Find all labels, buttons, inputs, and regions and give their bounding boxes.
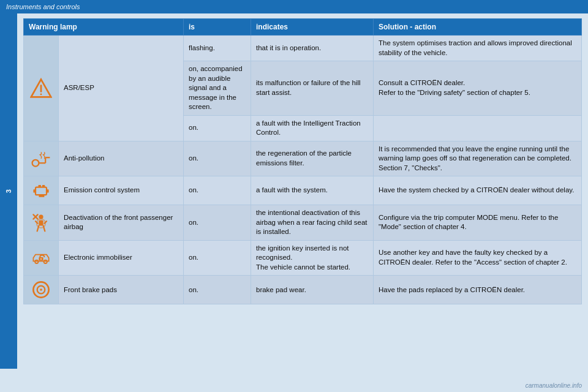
svg-rect-10	[39, 185, 42, 187]
table-row: Anti-pollution on. the regeneration of t…	[24, 141, 582, 176]
anti-pollution-label: Anti-pollution	[59, 141, 184, 176]
asr-solution-2: Consult a CITROËN dealer. Refer to the "…	[374, 61, 582, 116]
main-content: Warning lamp is indicates Solution - act…	[17, 13, 588, 392]
asr-indicates-3: a fault with the Intelligent Traction Co…	[251, 115, 374, 141]
airbag-deactivation-icon	[29, 211, 53, 233]
immobiliser-is: on.	[184, 240, 251, 276]
col-warning-lamp: Warning lamp	[24, 19, 184, 36]
airbag-deactivation-label: Deactivation of the front passenger airb…	[59, 205, 184, 241]
svg-rect-7	[36, 187, 47, 195]
anti-pollution-icon	[29, 148, 53, 170]
chapter-number: 3	[5, 189, 12, 193]
svg-point-2	[40, 93, 42, 95]
svg-rect-8	[33, 189, 36, 192]
table-row: ASR/ESP flashing. that it is in operatio…	[24, 36, 582, 61]
brake-circle-icon	[30, 279, 52, 301]
airbag-icon	[30, 211, 52, 233]
col-solution: Solution - action	[374, 19, 582, 36]
brake-indicates: brake pad wear.	[251, 276, 374, 304]
asr-solution-1: The system optimises traction and allows…	[374, 36, 582, 61]
immobiliser-label: Electronic immobiliser	[59, 240, 184, 276]
engine-warning-icon	[30, 179, 52, 202]
asr-is-3: on.	[184, 115, 251, 141]
airbag-indicates: the intentional deactivation of this air…	[251, 205, 374, 241]
svg-point-28	[40, 288, 42, 291]
immobiliser-indicates: the ignition key inserted is not recogni…	[251, 240, 374, 276]
svg-point-13	[39, 215, 43, 219]
anti-pollution-is: on.	[184, 141, 251, 176]
emission-solution: Have the system checked by a CITROËN dea…	[374, 176, 582, 205]
anti-pollution-solution: It is recommended that you leave the eng…	[374, 141, 582, 176]
asr-esp-label: ASR/ESP	[59, 36, 184, 141]
table-row: Deactivation of the front passenger airb…	[24, 205, 582, 241]
engine-icon	[29, 179, 53, 202]
airbag-is: on.	[184, 205, 251, 241]
anti-pollution-icon-cell	[24, 141, 59, 176]
col-is: is	[184, 19, 251, 36]
svg-rect-12	[39, 195, 44, 197]
asr-is-2: on, accompanied by an audible signal and…	[184, 61, 251, 116]
immobiliser-icon-cell	[24, 240, 59, 276]
table-row: Electronic immobiliser on. the ignition …	[24, 240, 582, 276]
emission-is: on.	[184, 176, 251, 205]
warning-lamp-table: Warning lamp is indicates Solution - act…	[23, 18, 582, 304]
side-tab: 3	[0, 13, 17, 369]
brake-is: on.	[184, 276, 251, 304]
emission-control-label: Emission control system	[59, 176, 184, 205]
triangle-warning-icon	[30, 77, 52, 99]
emission-indicates: a fault with the system.	[251, 176, 374, 205]
key-car-icon	[30, 247, 52, 269]
top-bar-title: Instruments and controls	[6, 3, 80, 10]
asr-indicates-2: its malfunction or failure of the hill s…	[251, 61, 374, 116]
brake-solution: Have the pads replaced by a CITROËN deal…	[374, 276, 582, 304]
svg-rect-14	[39, 221, 43, 226]
asr-is-1: flashing.	[184, 36, 251, 61]
brake-icon-cell	[24, 276, 59, 304]
table-row: Front brake pads on. brake pad wear. Hav…	[24, 276, 582, 304]
svg-point-25	[40, 258, 42, 260]
table-row: Emission control system on. a fault with…	[24, 176, 582, 205]
brake-pads-label: Front brake pads	[59, 276, 184, 304]
immobiliser-solution: Use another key and have the faulty key …	[374, 240, 582, 276]
engine-icon-cell	[24, 176, 59, 205]
exhaust-icon	[30, 148, 52, 170]
asr-indicates-1: that it is in operation.	[251, 36, 374, 61]
svg-point-3	[32, 160, 39, 167]
brake-pads-icon	[29, 279, 53, 301]
airbag-solution: Configure via the trip computer MODE men…	[374, 205, 582, 241]
top-bar: Instruments and controls	[0, 0, 588, 13]
asr-icon-cell	[24, 36, 59, 141]
immobiliser-icon	[29, 247, 53, 269]
page-wrapper: Instruments and controls 3 Warning lamp …	[0, 0, 588, 392]
watermark: carmanualonline.info	[526, 382, 582, 389]
asr-solution-3	[374, 115, 582, 141]
anti-pollution-indicates: the regeneration of the particle emissio…	[251, 141, 374, 176]
airbag-icon-cell	[24, 205, 59, 241]
col-indicates: indicates	[251, 19, 374, 36]
svg-rect-11	[42, 185, 45, 187]
asr-esp-icon	[29, 77, 53, 99]
svg-rect-9	[47, 189, 49, 192]
